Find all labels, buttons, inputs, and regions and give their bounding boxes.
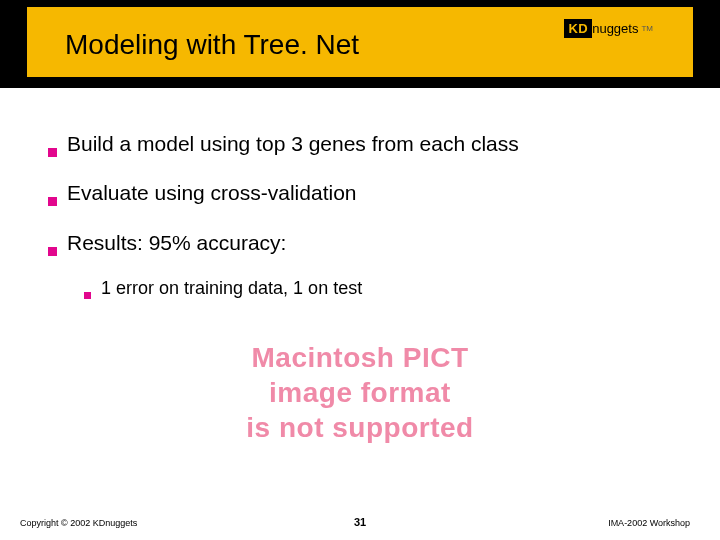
placeholder-line: is not supported xyxy=(0,410,720,445)
bullet-icon xyxy=(84,292,91,299)
bullet-item: Results: 95% accuracy: xyxy=(48,229,680,256)
bullet-icon xyxy=(48,197,57,206)
slide-title: Modeling with Tree. Net xyxy=(65,29,359,61)
header-inner: Modeling with Tree. Net KDnuggetsTM xyxy=(26,6,694,78)
bullet-icon xyxy=(48,148,57,157)
logo-box: KD xyxy=(564,19,592,38)
content-area: Build a model using top 3 genes from eac… xyxy=(48,130,680,313)
bullet-text: Evaluate using cross-validation xyxy=(67,179,357,206)
placeholder-line: Macintosh PICT xyxy=(0,340,720,375)
bullet-text: Build a model using top 3 genes from eac… xyxy=(67,130,519,157)
sub-bullet-item: 1 error on training data, 1 on test xyxy=(84,278,680,299)
placeholder-line: image format xyxy=(0,375,720,410)
sub-bullet-list: 1 error on training data, 1 on test xyxy=(84,278,680,299)
sub-bullet-text: 1 error on training data, 1 on test xyxy=(101,278,362,299)
header-bar: Modeling with Tree. Net KDnuggetsTM xyxy=(0,0,720,88)
footer: Copyright © 2002 KDnuggets 31 IMA-2002 W… xyxy=(0,508,720,528)
image-placeholder: Macintosh PICT image format is not suppo… xyxy=(0,340,720,445)
bullet-text: Results: 95% accuracy: xyxy=(67,229,286,256)
bullet-item: Build a model using top 3 genes from eac… xyxy=(48,130,680,157)
logo: KDnuggetsTM xyxy=(564,19,653,38)
footer-event: IMA-2002 Workshop xyxy=(608,518,690,528)
logo-text: nuggets xyxy=(592,21,638,36)
logo-tm: TM xyxy=(641,24,653,33)
bullet-item: Evaluate using cross-validation xyxy=(48,179,680,206)
slide: Modeling with Tree. Net KDnuggetsTM Buil… xyxy=(0,0,720,540)
bullet-icon xyxy=(48,247,57,256)
